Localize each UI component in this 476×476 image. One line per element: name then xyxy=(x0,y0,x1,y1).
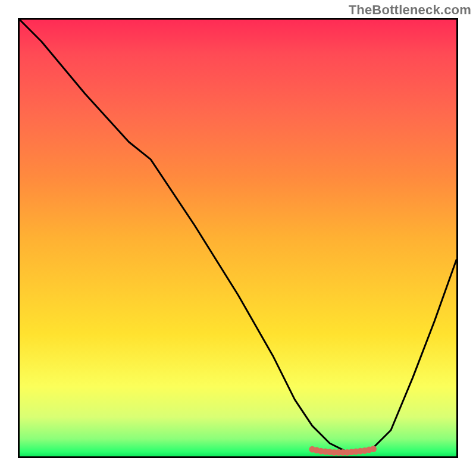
highlight-series xyxy=(309,446,377,456)
chart-container: TheBottleneck.com xyxy=(0,0,476,476)
curve-line xyxy=(20,20,456,452)
plot-frame xyxy=(18,18,458,458)
plot-svg xyxy=(20,20,456,456)
watermark: TheBottleneck.com xyxy=(349,2,471,18)
highlight-dot xyxy=(370,446,377,452)
